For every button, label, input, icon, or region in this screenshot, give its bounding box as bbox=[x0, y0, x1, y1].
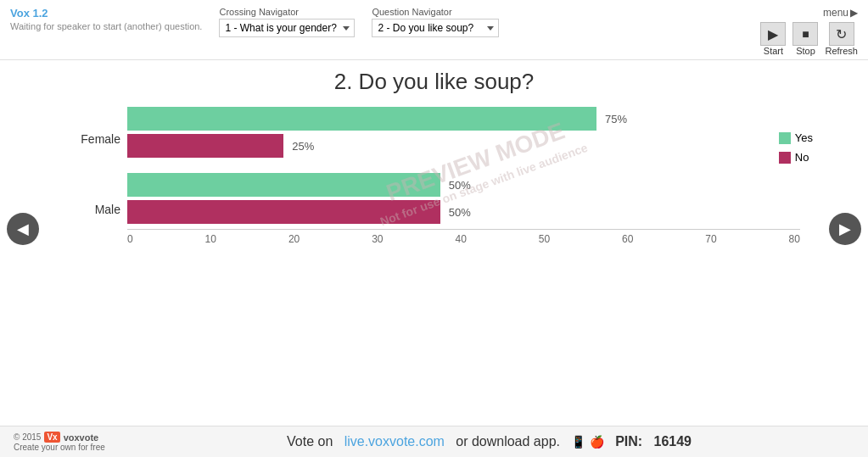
bar-label-male-yes: 50% bbox=[449, 179, 471, 192]
x-tick-60: 60 bbox=[622, 233, 633, 245]
x-tick-70: 70 bbox=[705, 233, 716, 245]
status-text: Waiting for speaker to start (another) q… bbox=[10, 21, 202, 31]
bar-male-yes bbox=[127, 173, 440, 197]
legend-yes-label: Yes bbox=[795, 131, 813, 144]
main-content: 2. Do you like soup? ◀ ▶ PREVIEW MODE No… bbox=[0, 60, 868, 254]
menu-arrow-icon: ▶ bbox=[850, 7, 858, 19]
x-axis: 0 10 20 30 40 50 60 70 80 bbox=[127, 229, 800, 245]
bar-female-no bbox=[127, 134, 283, 158]
header: Vox 1.2 Waiting for speaker to start (an… bbox=[0, 0, 868, 60]
left-arrow-icon: ◀ bbox=[17, 220, 29, 238]
nav-left-button[interactable]: ◀ bbox=[7, 213, 39, 245]
bar-row-female-yes: 75% bbox=[127, 107, 800, 131]
footer-tagline: Create your own for free bbox=[14, 443, 115, 452]
logo-text: Vox 1.2 bbox=[10, 7, 202, 20]
footer-logo: Vx voxvote bbox=[44, 432, 98, 443]
stop-icon: ■ bbox=[792, 22, 818, 46]
bar-label-male-no: 50% bbox=[449, 206, 471, 219]
android-icon: 📱 bbox=[571, 435, 585, 449]
chart-area: 75% 25% 50% bbox=[127, 103, 800, 245]
menu-label: menu bbox=[823, 7, 848, 19]
footer: © 2015 Vx voxvote Create your own for fr… bbox=[0, 426, 868, 457]
footer-brand: voxvote bbox=[64, 432, 99, 443]
footer-center: Vote on live.voxvote.com or download app… bbox=[124, 434, 854, 449]
bar-row-male-no: 50% bbox=[127, 200, 800, 224]
footer-year: © 2015 bbox=[14, 432, 41, 442]
footer-left: © 2015 Vx voxvote Create your own for fr… bbox=[14, 432, 115, 452]
legend-no-color bbox=[779, 152, 791, 164]
y-label-female: Female bbox=[68, 132, 120, 146]
legend-yes-color bbox=[779, 132, 791, 144]
question-navigator-group: Question Navigator 2 - Do you like soup? bbox=[372, 7, 499, 37]
y-axis: Female Male bbox=[68, 103, 127, 245]
stop-label: Stop bbox=[796, 46, 815, 56]
refresh-label: Refresh bbox=[825, 46, 858, 56]
crossing-navigator-select[interactable]: 1 - What is your gender? bbox=[219, 19, 355, 37]
refresh-icon: ↻ bbox=[829, 22, 854, 46]
toolbar: menu ▶ ▶ Start ■ Stop ↻ Refresh bbox=[760, 7, 858, 56]
y-label-male: Male bbox=[68, 203, 120, 216]
menu-button[interactable]: menu ▶ bbox=[823, 7, 858, 19]
toolbar-buttons: ▶ Start ■ Stop ↻ Refresh bbox=[760, 22, 858, 56]
x-tick-40: 40 bbox=[455, 233, 466, 245]
group-male: 50% 50% bbox=[127, 173, 800, 224]
stop-button[interactable]: ■ Stop bbox=[792, 22, 818, 56]
legend-no: No bbox=[779, 151, 813, 164]
bar-row-male-yes: 50% bbox=[127, 173, 800, 197]
bar-label-female-no: 25% bbox=[292, 140, 314, 153]
footer-or-text: or download app. bbox=[456, 434, 560, 449]
x-tick-80: 80 bbox=[789, 233, 800, 245]
x-tick-10: 10 bbox=[205, 233, 216, 245]
crossing-navigator-group: Crossing Navigator 1 - What is your gend… bbox=[219, 7, 355, 37]
footer-link[interactable]: live.voxvote.com bbox=[344, 434, 445, 449]
bar-row-female-no: 25% bbox=[127, 134, 800, 158]
start-icon: ▶ bbox=[760, 22, 786, 46]
x-tick-0: 0 bbox=[127, 233, 133, 245]
bar-male-no bbox=[127, 200, 440, 224]
navigators: Crossing Navigator 1 - What is your gend… bbox=[202, 7, 760, 37]
question-navigator-select[interactable]: 2 - Do you like soup? bbox=[372, 19, 499, 37]
bar-chart: Female Male 75% 25% bbox=[68, 103, 800, 245]
logo-area: Vox 1.2 Waiting for speaker to start (an… bbox=[10, 7, 202, 31]
legend-no-label: No bbox=[795, 151, 809, 164]
group-female: 75% 25% bbox=[127, 107, 800, 158]
right-arrow-icon: ▶ bbox=[839, 220, 851, 238]
legend: Yes No bbox=[779, 131, 813, 164]
footer-pin-value: 16149 bbox=[653, 434, 692, 449]
chart-title: 2. Do you like soup? bbox=[17, 69, 851, 95]
start-button[interactable]: ▶ Start bbox=[760, 22, 786, 56]
apple-icon: 🍎 bbox=[590, 435, 604, 449]
bars-area: 75% 25% 50% bbox=[127, 103, 800, 224]
bar-female-yes bbox=[127, 107, 596, 131]
question-nav-label: Question Navigator bbox=[372, 7, 499, 17]
x-tick-20: 20 bbox=[288, 233, 300, 245]
x-tick-50: 50 bbox=[539, 233, 550, 245]
start-label: Start bbox=[764, 46, 783, 56]
footer-pin-label: PIN: bbox=[615, 434, 642, 449]
nav-right-button[interactable]: ▶ bbox=[829, 213, 861, 245]
legend-yes: Yes bbox=[779, 131, 813, 144]
chart-container: PREVIEW MODE Not for use on stage with l… bbox=[68, 103, 800, 245]
crossing-nav-label: Crossing Navigator bbox=[219, 7, 355, 17]
x-tick-30: 30 bbox=[372, 233, 383, 245]
refresh-button[interactable]: ↻ Refresh bbox=[825, 22, 858, 56]
bar-label-female-yes: 75% bbox=[605, 113, 627, 125]
voxvote-logo-icon: Vx bbox=[44, 432, 59, 443]
footer-vote-text: Vote on bbox=[287, 434, 333, 449]
